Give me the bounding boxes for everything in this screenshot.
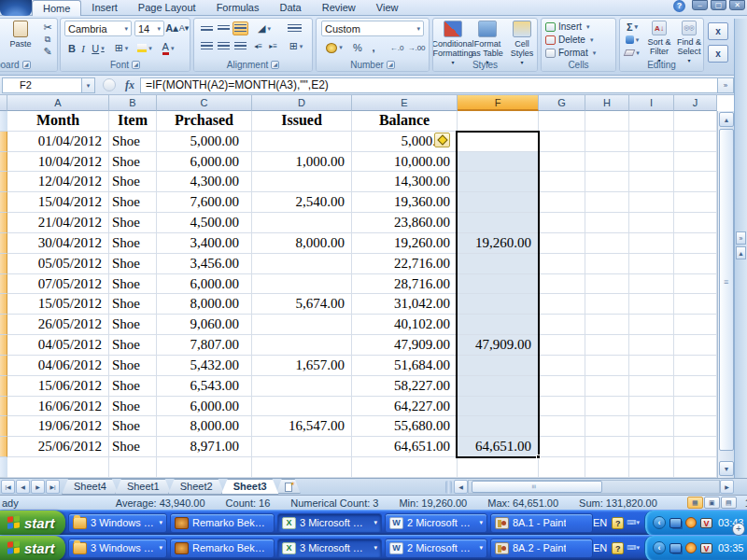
cell-G11[interactable] [539,315,585,335]
taskbar-button-folder[interactable]: 3 Windows Explo...▾ [68,539,167,558]
horizontal-scrollbar[interactable] [468,480,720,494]
cell-F15[interactable] [458,397,539,417]
cell-C11[interactable]: 9,060.00 [157,315,252,335]
cell-E5[interactable]: 19,360.00 [352,192,458,213]
row-header-16[interactable] [0,416,7,437]
row-header-9[interactable] [0,274,7,295]
cell-C18[interactable] [157,457,252,478]
percent-style-button[interactable]: % [350,40,365,55]
cell-F3[interactable] [458,152,539,173]
cell-J2[interactable] [674,132,717,152]
cell-C9[interactable]: 6,000.00 [157,274,252,295]
row-header-7[interactable] [0,233,7,254]
error-checking-smart-tag-icon[interactable] [434,133,450,147]
cell-F7[interactable]: 19,260.00 [458,233,539,254]
cell-C7[interactable]: 3,400.00 [157,233,252,254]
cell-F2[interactable] [458,132,539,152]
cell-E18[interactable] [352,457,458,478]
cell-H8[interactable] [585,254,629,274]
sheet-tab-sheet3[interactable]: Sheet3 [221,479,279,495]
cell-J9[interactable] [674,274,717,295]
tab-formulas[interactable]: Formulas [206,0,270,16]
antivirus-tray-icon[interactable]: V [700,543,712,553]
cell-G2[interactable] [539,132,585,152]
taskbar-button-word[interactable]: W2 Microsoft Offic...▾ [385,513,487,533]
cell-J4[interactable] [674,172,717,192]
taskbar-button-excel[interactable]: X3 Microsoft Offic...▾ [277,513,382,533]
cell-G6[interactable] [539,213,585,233]
first-sheet-icon[interactable]: |◀ [1,480,15,494]
cell-A11[interactable]: 26/05/2012 [7,315,109,335]
cell-H18[interactable] [585,457,629,478]
cell-H2[interactable] [585,132,629,152]
cell-E15[interactable]: 64,227.00 [352,397,458,417]
shrink-font-icon[interactable]: A▾ [178,21,190,35]
cell-I7[interactable] [629,233,674,254]
row-header-13[interactable] [0,356,7,376]
cell-C16[interactable]: 8,000.00 [157,416,252,437]
tab-insert[interactable]: Insert [81,0,128,16]
cell-G3[interactable] [539,152,585,173]
prev-sheet-icon[interactable]: ◀ [16,480,30,494]
orientation-icon[interactable]: ◢ [253,21,275,35]
last-sheet-icon[interactable]: ▶| [46,480,60,494]
sliver-scroll-up-icon[interactable]: ▲ [736,246,746,259]
taskbar-button-paint[interactable]: 8A.1 - Paint [490,513,593,533]
copy-icon[interactable]: ⧉ [40,34,55,46]
cell-F1[interactable] [458,111,539,132]
clear-button-icon[interactable] [622,47,642,59]
font-name-select[interactable]: Cambria [64,21,132,36]
cell-A10[interactable]: 15/05/2012 [7,294,109,315]
cell-G17[interactable] [539,437,585,457]
cell-A18[interactable] [7,457,109,478]
row-header-8[interactable] [0,254,7,274]
fill-color-icon[interactable] [134,41,155,55]
vertical-scrollbar[interactable]: ▲ ▼ [717,111,734,478]
cell-A12[interactable]: 04/05/2012 [7,335,109,356]
cell-D16[interactable]: 16,547.00 [252,416,352,437]
cut-icon[interactable]: ✂ [40,21,55,34]
cell-D8[interactable] [252,254,352,274]
cell-F5[interactable] [458,192,539,213]
cell-B13[interactable]: Shoe [109,356,157,376]
cell-F18[interactable] [458,457,539,478]
cell-I14[interactable] [629,376,674,397]
cell-D17[interactable] [252,437,352,457]
cell-D3[interactable]: 1,000.00 [252,152,352,173]
cell-I6[interactable] [629,213,674,233]
row-header-4[interactable] [0,172,7,192]
cell-I13[interactable] [629,356,674,376]
cell-I2[interactable] [629,132,674,152]
column-header-F[interactable]: F [458,95,539,111]
cell-C17[interactable]: 8,971.00 [157,437,252,457]
row-header-2[interactable] [0,132,7,152]
start-button[interactable]: start [0,536,65,560]
cell-D12[interactable] [252,335,352,356]
number-format-select[interactable]: Custom [321,21,424,36]
cell-C10[interactable]: 8,000.00 [157,294,252,315]
cell-I11[interactable] [629,315,674,335]
grow-font-icon[interactable]: A▴ [166,21,177,35]
office-button[interactable] [0,0,32,16]
cell-E7[interactable]: 19,260.00 [352,233,458,254]
cell-B10[interactable]: Shoe [109,294,157,315]
cell-H3[interactable] [585,152,629,173]
cell-I12[interactable] [629,335,674,356]
column-header-E[interactable]: E [352,95,458,111]
cell-J14[interactable] [674,376,717,397]
column-header-A[interactable]: A [7,95,109,111]
number-dialog-launcher[interactable]: ◢ [387,61,395,69]
cell-F11[interactable] [458,315,539,335]
cell-A8[interactable]: 05/05/2012 [7,254,109,274]
insert-worksheet-button[interactable]: ✶ [276,479,301,494]
decrease-decimal-button[interactable]: →.00 [407,40,426,55]
cell-I5[interactable] [629,192,674,213]
cell-J1[interactable] [674,111,717,132]
cell-G13[interactable] [539,356,585,376]
cell-A17[interactable]: 25/06/2012 [7,437,109,457]
column-header-I[interactable]: I [629,95,674,111]
language-help-icon[interactable]: ? [612,542,624,554]
scroll-down-icon[interactable]: ▼ [719,461,734,476]
increase-indent-icon[interactable]: ▸≡ [266,39,280,53]
cell-H4[interactable] [585,172,629,192]
